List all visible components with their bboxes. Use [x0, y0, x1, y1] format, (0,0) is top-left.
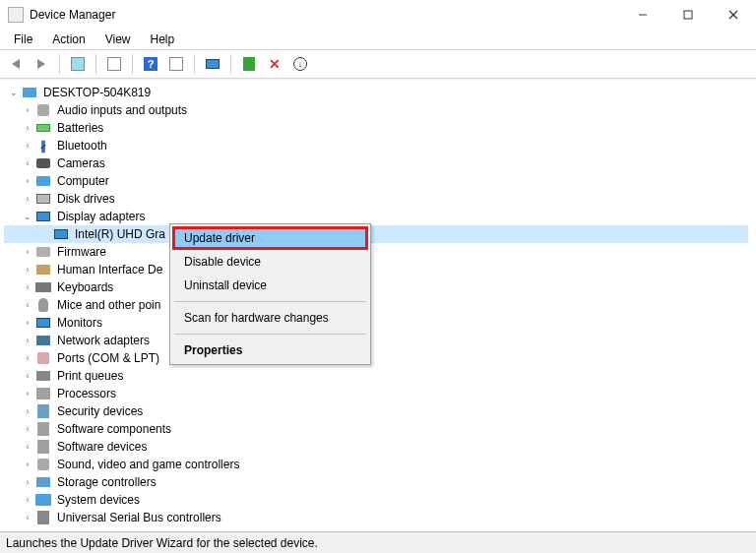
sound-icon — [35, 102, 51, 118]
category-label: Mice and other poin — [57, 298, 160, 312]
expand-icon[interactable]: › — [22, 176, 33, 186]
scan-button[interactable]: ↓ — [288, 53, 312, 75]
expand-icon[interactable]: › — [22, 300, 33, 310]
tree-category[interactable]: ›Monitors — [4, 314, 748, 332]
expand-icon[interactable]: › — [22, 247, 33, 257]
chip-icon — [35, 386, 51, 401]
tree-category[interactable]: ›Mice and other poin — [4, 296, 748, 314]
menu-action[interactable]: Action — [44, 31, 93, 48]
tree-category[interactable]: ›Security devices — [4, 402, 748, 420]
expand-icon[interactable]: › — [22, 318, 33, 328]
tree-category[interactable]: ⌄Display adapters — [4, 208, 748, 225]
tree-category[interactable]: ›Ports (COM & LPT) — [4, 349, 748, 367]
expand-icon[interactable]: ⌄ — [22, 212, 33, 221]
minimize-button[interactable] — [620, 0, 665, 30]
update-driver-button[interactable] — [201, 53, 224, 75]
storage-icon — [35, 474, 51, 490]
net-icon — [35, 333, 51, 348]
tree-category[interactable]: ›Network adapters — [4, 332, 748, 349]
expand-icon[interactable]: › — [22, 513, 33, 522]
tree-category[interactable]: ›Sound, video and game controllers — [4, 456, 748, 473]
menu-view[interactable]: View — [97, 31, 139, 48]
separator — [95, 54, 96, 74]
menu-file[interactable]: File — [6, 31, 40, 48]
tree-category[interactable]: ›Human Interface De — [4, 261, 748, 278]
expand-icon[interactable]: › — [22, 406, 33, 416]
uninstall-button[interactable]: ✕ — [263, 53, 286, 75]
tree-category[interactable]: ›System devices — [4, 491, 748, 509]
tree-category[interactable]: ›Software devices — [4, 438, 748, 456]
tree-category[interactable]: ›Firmware — [4, 243, 748, 261]
menubar: File Action View Help — [0, 30, 756, 49]
close-button[interactable] — [711, 0, 756, 30]
expand-icon[interactable]: › — [22, 424, 33, 434]
separator — [174, 334, 366, 335]
expand-icon[interactable]: › — [22, 442, 33, 452]
sw-icon — [35, 421, 51, 437]
context-scan-hardware[interactable]: Scan for hardware changes — [172, 306, 368, 330]
expand-icon[interactable]: › — [22, 371, 33, 381]
tree-category[interactable]: ›∦Bluetooth — [4, 137, 748, 154]
tree-category[interactable]: ›Computer — [4, 172, 748, 190]
nav-back-button[interactable] — [4, 53, 28, 75]
separator — [132, 54, 133, 74]
nav-forward-button[interactable] — [30, 53, 53, 75]
tree-category[interactable]: ›Audio inputs and outputs — [4, 101, 748, 119]
expand-icon[interactable]: › — [22, 194, 33, 204]
expand-icon[interactable]: › — [22, 477, 33, 487]
tree-category[interactable]: ›Keyboards — [4, 278, 748, 296]
category-label: Software components — [57, 422, 171, 436]
category-label: Cameras — [57, 156, 105, 170]
sw-icon — [35, 439, 51, 455]
menu-help[interactable]: Help — [143, 31, 183, 48]
arrow-left-icon — [12, 59, 20, 69]
expand-icon[interactable]: › — [22, 460, 33, 469]
maximize-button[interactable] — [665, 0, 711, 30]
tree-root-node[interactable]: ⌄DESKTOP-504K819 — [4, 84, 748, 101]
tree-category[interactable]: ›Disk drives — [4, 190, 748, 208]
usb-icon — [35, 510, 51, 525]
show-hidden-button[interactable] — [66, 53, 90, 75]
svg-rect-1 — [684, 11, 692, 19]
tree-device[interactable]: ›Intel(R) UHD Gra — [4, 225, 748, 243]
tree-category[interactable]: ›Universal Serial Bus controllers — [4, 509, 748, 526]
hid-icon — [35, 262, 51, 277]
expand-icon[interactable]: › — [22, 141, 33, 151]
context-uninstall-device[interactable]: Uninstall device — [172, 274, 368, 297]
expand-icon[interactable]: › — [22, 123, 33, 133]
expand-icon[interactable]: › — [22, 353, 33, 363]
expand-icon[interactable]: › — [22, 265, 33, 275]
category-label: Keyboards — [57, 280, 113, 294]
category-label: Software devices — [57, 440, 147, 454]
device-tree[interactable]: ⌄DESKTOP-504K819›Audio inputs and output… — [0, 79, 756, 529]
expand-icon[interactable]: › — [22, 495, 33, 505]
separator — [174, 301, 366, 302]
enable-button[interactable] — [237, 53, 261, 75]
arrow-right-icon — [37, 59, 45, 69]
app-icon — [8, 7, 24, 23]
monitor-icon — [206, 59, 220, 69]
tree-category[interactable]: ›Processors — [4, 385, 748, 402]
context-disable-device[interactable]: Disable device — [172, 250, 368, 274]
tree-category[interactable]: ›Storage controllers — [4, 473, 748, 491]
box-icon — [169, 57, 183, 71]
category-label: Ports (COM & LPT) — [57, 351, 159, 365]
expand-icon[interactable]: › — [22, 282, 33, 292]
expand-icon[interactable]: › — [22, 336, 33, 345]
help-button[interactable]: ? — [139, 53, 162, 75]
expand-icon[interactable]: › — [22, 389, 33, 399]
collapse-icon[interactable]: ⌄ — [8, 88, 20, 97]
action-button[interactable] — [164, 53, 188, 75]
expand-icon[interactable]: › — [22, 105, 33, 115]
tree-category[interactable]: ›Software components — [4, 420, 748, 438]
tree-category[interactable]: ›Batteries — [4, 119, 748, 137]
category-label: Storage controllers — [57, 475, 157, 489]
expand-icon[interactable]: › — [22, 158, 33, 168]
context-update-driver[interactable]: Update driver — [172, 226, 368, 250]
context-properties[interactable]: Properties — [172, 338, 368, 362]
tree-category[interactable]: ›Cameras — [4, 154, 748, 172]
properties-button[interactable] — [102, 53, 126, 75]
root-label: DESKTOP-504K819 — [43, 86, 151, 99]
tree-category[interactable]: ›Print queues — [4, 367, 748, 385]
window-controls — [620, 0, 756, 30]
